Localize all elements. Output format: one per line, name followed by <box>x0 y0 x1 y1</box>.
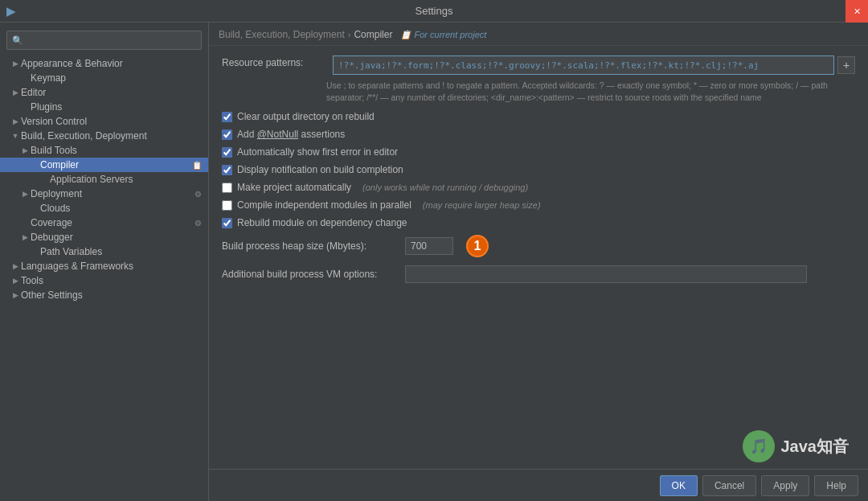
rebuild-on-change-checkbox[interactable] <box>222 218 232 228</box>
arrow-icon: ▶ <box>19 190 31 198</box>
sidebar-item-application-servers[interactable]: Application Servers <box>0 172 208 187</box>
sidebar-item-label: Plugins <box>31 101 202 113</box>
help-button[interactable]: Help <box>814 475 858 496</box>
sidebar-item-label: Keymap <box>31 72 202 84</box>
annotation-badge-1: 1 <box>466 235 489 257</box>
checkbox-clear-output: Clear output directory on rebuild <box>222 111 855 122</box>
cancel-button[interactable]: Cancel <box>702 475 756 496</box>
vm-options-input[interactable] <box>405 265 807 283</box>
sidebar-item-label: Editor <box>21 87 202 98</box>
deployment-badge: ⚙ <box>194 190 202 199</box>
compile-parallel-sidenote: (may require larger heap size) <box>423 200 541 210</box>
ok-button[interactable]: OK <box>660 475 698 496</box>
display-notification-label[interactable]: Display notification on build completion <box>237 164 403 175</box>
breadcrumb-path: Build, Execution, Deployment <box>219 29 345 40</box>
search-icon: 🔍 <box>12 35 23 46</box>
sidebar-item-label: Coverage <box>31 217 191 228</box>
rebuild-on-change-label[interactable]: Rebuild module on dependency change <box>237 217 407 228</box>
add-notnull-label[interactable]: Add @NotNull assertions <box>237 129 345 140</box>
arrow-icon: ▶ <box>10 277 21 285</box>
window-title: Settings <box>416 5 453 17</box>
make-auto-checkbox[interactable] <box>222 183 232 193</box>
close-button[interactable]: ✕ <box>845 0 868 23</box>
search-box[interactable]: 🔍 <box>6 31 202 50</box>
sidebar-item-label: Clouds <box>40 203 202 214</box>
arrow-icon: ▶ <box>10 117 21 125</box>
clear-output-label[interactable]: Clear output directory on rebuild <box>237 111 375 122</box>
checkbox-compile-parallel: Compile independent modules in parallel … <box>222 199 855 211</box>
sidebar-item-plugins[interactable]: Plugins <box>0 100 208 114</box>
heap-size-row: Build process heap size (Mbytes): 1 <box>222 235 855 257</box>
title-bar: ▶ Settings ✕ <box>0 0 868 23</box>
sidebar-item-label: Other Settings <box>21 290 202 301</box>
auto-show-error-checkbox[interactable] <box>222 147 232 158</box>
checkbox-make-auto: Make project automatically (only works w… <box>222 182 855 193</box>
breadcrumb: Build, Execution, Deployment › Compiler … <box>209 23 868 46</box>
sidebar-item-appearance-behavior[interactable]: ▶ Appearance & Behavior <box>0 56 208 71</box>
sidebar-item-keymap[interactable]: Keymap <box>0 71 208 85</box>
breadcrumb-separator: › <box>348 30 351 39</box>
arrow-icon: ▶ <box>19 146 31 154</box>
arrow-icon: ▶ <box>10 60 21 68</box>
content-area: 🔍 ▶ Appearance & Behavior Keymap ▶ Edito… <box>0 23 868 501</box>
arrow-icon: ▶ <box>10 262 21 270</box>
sidebar-item-deployment[interactable]: ▶ Deployment ⚙ <box>0 187 208 201</box>
clear-output-checkbox[interactable] <box>222 112 232 122</box>
arrow-icon: ▶ <box>10 88 21 97</box>
sidebar-item-editor[interactable]: ▶ Editor <box>0 85 208 100</box>
heap-size-label: Build process heap size (Mbytes): <box>222 240 399 252</box>
sidebar-item-coverage[interactable]: Coverage ⚙ <box>0 216 208 230</box>
make-auto-label[interactable]: Make project automatically <box>237 182 351 193</box>
resource-patterns-input[interactable] <box>333 55 834 75</box>
watermark: 🎵 Java知音 <box>743 430 850 462</box>
sidebar-item-path-variables[interactable]: Path Variables <box>0 244 208 259</box>
sidebar-item-other-settings[interactable]: ▶ Other Settings <box>0 288 208 302</box>
sidebar-item-label: Deployment <box>31 188 191 199</box>
resource-patterns-row: Resource patterns: + <box>222 55 855 75</box>
sidebar-item-build-execution-deployment[interactable]: ▼ Build, Execution, Deployment <box>0 129 208 143</box>
compile-parallel-label[interactable]: Compile independent modules in parallel <box>237 199 411 211</box>
resource-expand-button[interactable]: + <box>837 56 855 74</box>
compile-parallel-checkbox[interactable] <box>222 200 232 211</box>
sidebar-item-debugger[interactable]: ▶ Debugger <box>0 230 208 244</box>
settings-window: ▶ Settings ✕ 🔍 ▶ Appearance & Behavior K… <box>0 0 868 501</box>
breadcrumb-current: Compiler <box>354 29 392 40</box>
auto-show-error-label[interactable]: Automatically show first error in editor <box>237 146 398 158</box>
watermark-text: Java知音 <box>781 436 850 458</box>
sidebar-item-build-tools[interactable]: ▶ Build Tools <box>0 143 208 158</box>
breadcrumb-badge: 📋 For current project <box>400 30 486 40</box>
sidebar-item-languages-frameworks[interactable]: ▶ Languages & Frameworks <box>0 259 208 273</box>
apply-button[interactable]: Apply <box>761 475 809 496</box>
heap-size-input[interactable] <box>405 237 453 255</box>
search-input[interactable] <box>27 35 196 46</box>
checkbox-display-notification: Display notification on build completion <box>222 164 855 175</box>
make-auto-sidenote: (only works while not running / debuggin… <box>362 183 528 192</box>
sidebar-item-label: Path Variables <box>40 246 202 257</box>
coverage-badge: ⚙ <box>194 219 202 228</box>
settings-content: Resource patterns: + Use ; to separate p… <box>209 46 868 469</box>
vm-options-label: Additional build process VM options: <box>222 269 399 280</box>
watermark-icon: 🎵 <box>743 430 775 462</box>
sidebar-item-label: Appearance & Behavior <box>21 58 202 69</box>
sidebar-item-label: Version Control <box>21 116 202 127</box>
sidebar-item-tools[interactable]: ▶ Tools <box>0 273 208 288</box>
checkbox-add-notnull: Add @NotNull assertions <box>222 129 855 140</box>
close-icon: ✕ <box>854 6 861 17</box>
sidebar-item-label: Debugger <box>31 232 202 243</box>
main-panel: Build, Execution, Deployment › Compiler … <box>209 23 868 501</box>
sidebar-item-label: Application Servers <box>50 174 202 185</box>
sidebar-item-version-control[interactable]: ▶ Version Control <box>0 114 208 129</box>
arrow-icon: ▶ <box>19 233 31 241</box>
checkbox-rebuild-on-change: Rebuild module on dependency change <box>222 217 855 228</box>
sidebar-item-clouds[interactable]: Clouds <box>0 201 208 216</box>
sidebar-item-compiler[interactable]: Compiler 📋 <box>0 158 208 172</box>
sidebar-item-label: Build Tools <box>31 145 202 156</box>
display-notification-checkbox[interactable] <box>222 165 232 175</box>
resource-patterns-label: Resource patterns: <box>222 55 326 68</box>
sidebar-item-label: Languages & Frameworks <box>21 261 202 272</box>
sidebar-item-label: Build, Execution, Deployment <box>21 130 202 142</box>
checkbox-auto-show-error: Automatically show first error in editor <box>222 146 855 158</box>
bottom-bar: OK Cancel Apply Help <box>209 469 868 501</box>
arrow-icon: ▶ <box>10 291 21 299</box>
add-notnull-checkbox[interactable] <box>222 129 232 140</box>
